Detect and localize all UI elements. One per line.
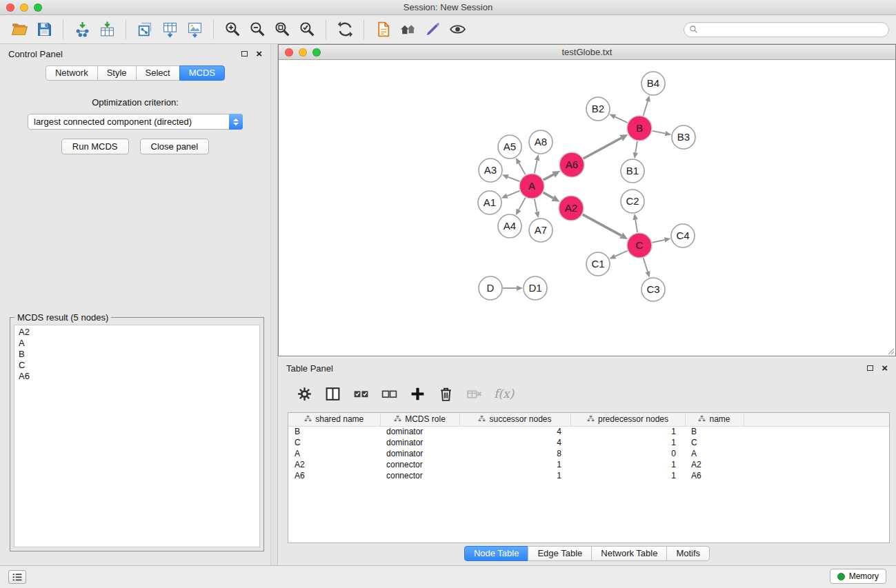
minimize-window-button[interactable]	[20, 3, 28, 12]
run-mcds-button[interactable]: Run MCDS	[61, 139, 129, 154]
paint-style-button[interactable]	[420, 18, 445, 41]
mcds-result-item[interactable]: A6	[19, 371, 255, 382]
deselect-all-button[interactable]	[377, 382, 402, 405]
graph-node-A8[interactable]: A8	[529, 130, 552, 154]
graph-edge-C-C2[interactable]	[635, 220, 637, 233]
graph-node-A1[interactable]: A1	[478, 191, 501, 214]
table-row[interactable]: A6connector11A6	[288, 470, 889, 481]
tab-node-table[interactable]: Node Table	[464, 546, 529, 561]
search-box[interactable]	[684, 22, 889, 37]
table-row[interactable]: Bdominator41B	[288, 426, 889, 437]
zoom-network-window-button[interactable]	[312, 48, 321, 57]
graph-node-D[interactable]: D	[479, 276, 502, 300]
graph-node-C2[interactable]: C2	[621, 190, 644, 213]
search-input[interactable]	[701, 25, 884, 34]
memory-status-button[interactable]: Memory	[830, 569, 886, 584]
table-mode-button[interactable]	[292, 382, 317, 405]
graph-node-C[interactable]: C	[627, 233, 652, 258]
close-panel-icon[interactable]: ×	[256, 50, 262, 57]
tab-style[interactable]: Style	[97, 65, 137, 81]
graph-edge-A-A1[interactable]	[507, 191, 519, 196]
graph-edge-A2-C[interactable]	[583, 214, 621, 236]
graph-edge-A-A7[interactable]	[535, 199, 537, 212]
graph-node-B3[interactable]: B3	[672, 125, 695, 149]
select-all-button[interactable]	[348, 382, 374, 405]
graph-edge-B-B2[interactable]	[615, 116, 627, 123]
graph-edge-A-A3[interactable]	[508, 177, 519, 182]
refresh-layout-button[interactable]	[332, 18, 357, 41]
graph-node-B2[interactable]: B2	[586, 97, 610, 121]
graph-edge-A-A4[interactable]	[519, 198, 526, 210]
column-header-shared-name[interactable]: shared name	[288, 413, 380, 426]
delete-table-button[interactable]	[461, 382, 487, 405]
table-row[interactable]: A2connector11A2	[288, 459, 889, 470]
home-button[interactable]	[395, 18, 420, 41]
graph-edge-A-A6[interactable]	[544, 174, 554, 180]
task-history-button[interactable]	[8, 570, 26, 584]
open-file-button[interactable]	[7, 18, 32, 41]
network-canvas[interactable]: B4B2BB3A5A8A6A3B1AC2A1A2A4A7C4CC1C3DD1	[279, 60, 895, 356]
graph-node-A3[interactable]: A3	[479, 159, 502, 182]
mcds-result-list[interactable]: A2ABCA6	[14, 325, 260, 547]
table-row[interactable]: Cdominator41C	[288, 437, 889, 448]
tab-network[interactable]: Network	[46, 65, 98, 81]
function-builder-button[interactable]: f(x)	[494, 387, 514, 401]
graph-node-B4[interactable]: B4	[641, 72, 665, 95]
mcds-result-item[interactable]: A2	[19, 327, 255, 338]
graph-node-A7[interactable]: A7	[529, 219, 552, 242]
close-table-panel-icon[interactable]: ×	[882, 365, 888, 372]
graph-node-A2[interactable]: A2	[559, 196, 584, 221]
graph-node-B[interactable]: B	[627, 116, 652, 141]
graph-edge-A-A2[interactable]	[544, 192, 553, 198]
close-window-button[interactable]	[6, 3, 14, 12]
graph-node-A6[interactable]: A6	[559, 152, 584, 177]
graph-node-A5[interactable]: A5	[498, 135, 521, 159]
zoom-fit-button[interactable]	[270, 18, 295, 41]
column-header-MCDS-role[interactable]: MCDS role	[380, 413, 459, 426]
float-table-panel-icon[interactable]	[867, 365, 873, 371]
save-session-button[interactable]	[32, 18, 57, 41]
tab-mcds[interactable]: MCDS	[179, 65, 225, 81]
graph-edge-A6-B[interactable]	[584, 138, 621, 159]
mcds-result-item[interactable]: A	[19, 338, 255, 349]
graph-node-C4[interactable]: C4	[671, 224, 695, 247]
zoom-out-button[interactable]	[245, 18, 270, 41]
delete-column-button[interactable]	[433, 382, 459, 405]
add-column-button[interactable]	[405, 382, 430, 405]
graph-edge-B-B1[interactable]	[635, 141, 637, 153]
graph-node-B1[interactable]: B1	[621, 159, 644, 183]
show-columns-button[interactable]	[320, 382, 346, 405]
column-header-successor-nodes[interactable]: successor nodes	[459, 413, 570, 426]
column-header-predecessor-nodes[interactable]: predecessor nodes	[570, 413, 685, 426]
optimization-criterion-select[interactable]: largest connected component (directed)	[28, 114, 243, 130]
zoom-selected-button[interactable]	[295, 18, 319, 41]
minimize-network-window-button[interactable]	[299, 48, 307, 57]
graph-node-D1[interactable]: D1	[524, 276, 547, 300]
graph-edge-B-B3[interactable]	[653, 131, 666, 134]
graph-edge-B-B4[interactable]	[644, 101, 648, 116]
mcds-result-item[interactable]: B	[19, 349, 255, 360]
graph-edge-C-C1[interactable]	[615, 251, 628, 256]
export-table-button[interactable]	[157, 18, 182, 41]
export-image-button[interactable]	[182, 18, 207, 41]
table-row[interactable]: Adominator80A	[288, 448, 889, 459]
tab-motifs[interactable]: Motifs	[666, 546, 710, 561]
graph-edge-C-C3[interactable]	[644, 258, 648, 272]
float-panel-icon[interactable]	[241, 51, 248, 57]
graph-node-C3[interactable]: C3	[641, 278, 665, 301]
graph-node-A[interactable]: A	[519, 174, 544, 199]
close-panel-button[interactable]: Close panel	[140, 139, 210, 154]
column-header-name[interactable]: name	[685, 413, 744, 426]
graphics-details-button[interactable]	[445, 18, 470, 41]
graph-edge-C-C4[interactable]	[653, 240, 665, 243]
vertical-splitter[interactable]	[270, 44, 278, 565]
close-network-window-button[interactable]	[285, 48, 293, 57]
import-network-button[interactable]	[70, 18, 94, 41]
graph-node-A4[interactable]: A4	[498, 214, 521, 238]
graph-edge-A-A5[interactable]	[519, 163, 525, 175]
first-neighbors-button[interactable]	[370, 18, 395, 41]
import-table-button[interactable]	[94, 18, 119, 41]
resize-grip-icon[interactable]	[886, 347, 895, 355]
graph-edge-A-A8[interactable]	[535, 160, 537, 173]
clone-network-button[interactable]	[132, 18, 157, 41]
